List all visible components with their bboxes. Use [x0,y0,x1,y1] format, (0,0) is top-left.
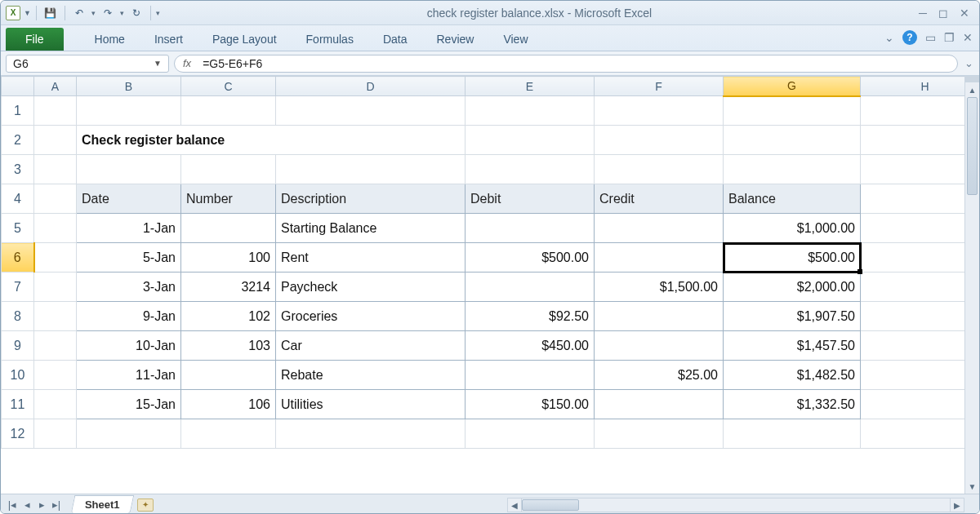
cell-credit[interactable]: $1,500.00 [595,273,724,302]
new-sheet-button[interactable]: ✦ [137,498,154,512]
save-button[interactable]: 💾 [42,4,60,22]
cell-number[interactable]: 100 [181,243,276,273]
cell-balance[interactable]: $1,332.50 [724,390,861,419]
row-header-3[interactable]: 3 [2,155,34,184]
cell[interactable] [595,155,724,184]
cell-header-balance[interactable]: Balance [724,184,861,214]
row-header-11[interactable]: 11 [2,390,34,419]
split-handle[interactable] [965,76,979,82]
cell[interactable] [34,331,77,361]
undo-button[interactable]: ↶ [70,4,88,22]
scroll-right-icon[interactable]: ▶ [950,498,964,512]
cell[interactable] [861,331,965,361]
cell[interactable] [724,96,861,126]
cell-debit[interactable]: $500.00 [466,243,595,273]
cell-date[interactable]: 10-Jan [77,331,181,361]
row-header-2[interactable]: 2 [2,126,34,155]
tab-review[interactable]: Review [422,28,489,51]
help-icon[interactable]: ? [902,30,917,45]
redo-button[interactable]: ↷ [99,4,117,22]
close-button[interactable]: ✕ [960,7,969,20]
cell-date[interactable]: 11-Jan [77,361,181,390]
horizontal-scrollbar[interactable]: ◀ ▶ [507,498,964,512]
cell[interactable] [861,419,965,449]
tab-pagelayout[interactable]: Page Layout [198,28,292,51]
cell-date[interactable]: 9-Jan [77,302,181,331]
cell[interactable] [466,126,595,155]
cell[interactable] [181,419,276,449]
cell-desc[interactable]: Paycheck [276,273,466,302]
cell-balance[interactable]: $2,000.00 [724,273,861,302]
cell-debit[interactable] [466,361,595,390]
row-header-4[interactable]: 4 [2,184,34,214]
col-header-C[interactable]: C [181,77,276,96]
cell[interactable] [34,390,77,419]
cell-number[interactable]: 3214 [181,273,276,302]
cell[interactable] [861,302,965,331]
row-header-12[interactable]: 12 [2,419,34,449]
cell-desc[interactable]: Rebate [276,361,466,390]
cell[interactable] [861,390,965,419]
cell-number[interactable]: 106 [181,390,276,419]
cell[interactable] [181,96,276,126]
cell-credit[interactable] [595,302,724,331]
cell[interactable] [861,184,965,214]
sheet-tab-sheet1[interactable]: Sheet1 [71,495,134,513]
cell[interactable] [34,243,77,273]
col-header-F[interactable]: F [595,77,724,96]
cell[interactable] [276,419,466,449]
cell-credit[interactable] [595,214,724,243]
cell[interactable] [276,155,466,184]
scroll-track[interactable] [965,97,979,479]
cell-number[interactable] [181,361,276,390]
tab-home[interactable]: Home [80,28,140,51]
cell-header-number[interactable]: Number [181,184,276,214]
cell-credit[interactable] [595,243,724,273]
col-header-D[interactable]: D [276,77,466,96]
file-tab[interactable]: File [6,28,64,51]
worksheet-grid[interactable]: A B C D E F G H 1 2 Check register balan… [1,76,964,494]
name-box-dropdown-icon[interactable]: ▼ [154,59,162,68]
hscroll-track[interactable] [522,498,950,512]
cell[interactable] [34,155,77,184]
col-header-G[interactable]: G [724,77,861,96]
cell-credit[interactable] [595,331,724,361]
sheet-nav-first[interactable]: |◂ [6,498,19,511]
cell-balance[interactable]: $1,907.50 [724,302,861,331]
cell[interactable] [724,155,861,184]
cell-number[interactable]: 103 [181,331,276,361]
scroll-up-icon[interactable]: ▲ [965,82,979,97]
cell[interactable] [595,126,724,155]
cell[interactable] [181,155,276,184]
cell-credit[interactable]: $25.00 [595,361,724,390]
cell[interactable] [724,126,861,155]
cell-header-debit[interactable]: Debit [466,184,595,214]
cell-header-credit[interactable]: Credit [595,184,724,214]
row-header-1[interactable]: 1 [2,96,34,126]
active-cell[interactable]: $500.00 [724,243,861,273]
workbook-close-button[interactable]: ✕ [963,31,973,44]
cell[interactable] [861,243,965,273]
cell-desc[interactable]: Utilities [276,390,466,419]
scroll-thumb[interactable] [967,97,978,195]
cell[interactable] [595,96,724,126]
cell[interactable] [77,419,181,449]
hscroll-thumb[interactable] [522,499,579,511]
cell-header-date[interactable]: Date [77,184,181,214]
cell-header-description[interactable]: Description [276,184,466,214]
cell-balance[interactable]: $1,000.00 [724,214,861,243]
maximize-button[interactable]: ◻ [938,7,948,20]
cell-title[interactable]: Check register balance [77,126,466,155]
cell-debit[interactable]: $150.00 [466,390,595,419]
col-header-B[interactable]: B [77,77,181,96]
cell[interactable] [861,96,965,126]
row-header-6[interactable]: 6 [2,243,34,273]
scroll-left-icon[interactable]: ◀ [507,498,522,512]
excel-icon[interactable]: X [6,6,20,20]
cell[interactable] [861,126,965,155]
cell[interactable] [34,273,77,302]
cell[interactable] [861,361,965,390]
ribbon-collapse-icon[interactable]: ⌄ [884,31,894,44]
cell-desc[interactable]: Starting Balance [276,214,466,243]
cell[interactable] [34,126,77,155]
